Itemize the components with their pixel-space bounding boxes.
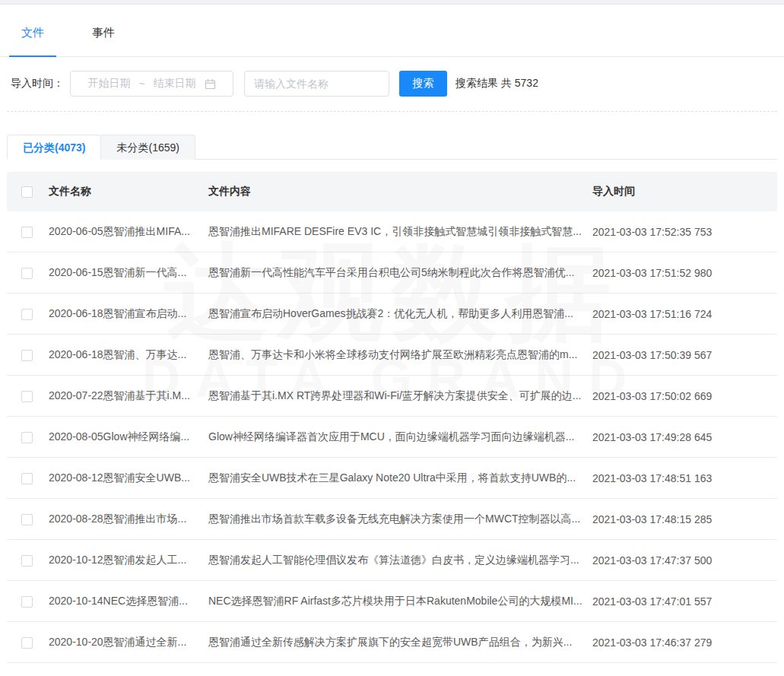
file-content-cell: 恩智浦通过全新传感解决方案扩展旗下的安全超宽带UWB产品组合，为新兴...	[208, 636, 592, 649]
file-name-cell: 2020-07-22恩智浦基于其i.M...	[49, 389, 208, 403]
tab-unclassified[interactable]: 未分类(1659)	[101, 135, 195, 160]
column-header-file-name: 文件名称	[49, 185, 208, 198]
import-time-cell: 2021-03-03 17:48:51 163	[592, 472, 777, 484]
row-checkbox[interactable]	[21, 268, 33, 279]
search-button[interactable]: 搜索	[399, 71, 447, 97]
search-bar: 导入时间： 开始日期 ~ 结束日期 搜索 搜索结果 共 5732	[0, 57, 784, 111]
table-row[interactable]: 2020-10-14NEC选择恩智浦... NEC选择恩智浦RF Airfast…	[7, 581, 777, 622]
file-management-page: 文件 事件 导入时间： 开始日期 ~ 结束日期 搜索 搜索结果 共 5732	[0, 0, 784, 676]
file-content-cell: 恩智浦宣布启动HoverGames挑战赛2：优化无人机，帮助更多人利用恩智浦..…	[208, 307, 592, 321]
row-checkbox-cell	[7, 471, 49, 484]
file-content-cell: NEC选择恩智浦RF Airfast多芯片模块用于日本RakutenMobile…	[208, 595, 592, 608]
table-row[interactable]: 2020-10-12恩智浦发起人工... 恩智浦发起人工智能伦理倡议发布《算法道…	[7, 540, 777, 581]
file-name-input[interactable]	[244, 71, 389, 97]
import-time-cell: 2021-03-03 17:52:35 753	[592, 226, 777, 238]
tab-classified[interactable]: 已分类(4073)	[7, 135, 101, 160]
end-date-placeholder: 结束日期	[154, 77, 196, 90]
table-row[interactable]: 2020-06-05恩智浦推出MIFA... 恩智浦推出MIFARE DESFi…	[7, 211, 777, 252]
file-name-cell: 2020-06-18恩智浦、万事达...	[49, 348, 208, 362]
file-content-cell: Glow神经网络编译器首次应用于MCU，面向边缘端机器学习面向边缘端机器...	[208, 430, 592, 444]
file-name-cell: 2020-08-12恩智浦安全UWB...	[49, 471, 208, 485]
file-content-cell: 恩智浦安全UWB技术在三星Galaxy Note20 Ultra中采用，将首款支…	[208, 471, 592, 485]
file-content-cell: 恩智浦基于其i.MX RT跨界处理器和Wi-Fi/蓝牙解决方案提供安全、可扩展的…	[208, 389, 592, 403]
start-date-placeholder: 开始日期	[87, 77, 130, 90]
row-checkbox[interactable]	[21, 309, 33, 320]
file-name-cell: 2020-08-05Glow神经网络编...	[49, 430, 208, 444]
file-table: 文件名称 文件内容 导入时间 2020-06-05恩智浦推出MIFA... 恩智…	[7, 172, 777, 663]
file-name-cell: 2020-10-14NEC选择恩智浦...	[49, 595, 208, 608]
row-checkbox[interactable]	[21, 391, 33, 402]
main-tab-bar: 文件 事件	[0, 5, 784, 57]
row-checkbox[interactable]	[21, 227, 33, 238]
tab-files-label: 文件	[21, 26, 44, 39]
import-time-cell: 2021-03-03 17:47:37 500	[592, 554, 777, 567]
row-checkbox-cell	[7, 307, 49, 320]
tab-files[interactable]: 文件	[9, 26, 56, 56]
date-range-picker[interactable]: 开始日期 ~ 结束日期	[70, 71, 233, 97]
import-time-cell: 2021-03-03 17:51:16 724	[592, 308, 777, 320]
tab-events-label: 事件	[92, 26, 115, 39]
row-checkbox-cell	[7, 389, 49, 402]
row-checkbox-cell	[7, 225, 49, 238]
row-checkbox-cell	[7, 554, 49, 567]
row-checkbox[interactable]	[21, 514, 33, 525]
import-time-cell: 2021-03-03 17:50:39 567	[592, 349, 777, 361]
file-name-cell: 2020-08-28恩智浦推出市场...	[49, 513, 208, 526]
file-content-cell: 恩智浦、万事达卡和小米将全球移动支付网络扩展至欧洲精彩亮点恩智浦的m...	[208, 348, 592, 362]
dashed-divider	[7, 111, 777, 112]
import-time-cell: 2021-03-03 17:51:52 980	[592, 267, 777, 279]
select-all-cell	[7, 186, 49, 198]
import-time-cell: 2021-03-03 17:49:28 645	[592, 431, 777, 443]
table-row[interactable]: 2020-06-18恩智浦、万事达... 恩智浦、万事达卡和小米将全球移动支付网…	[7, 335, 777, 376]
file-name-cell: 2020-06-05恩智浦推出MIFA...	[49, 225, 208, 239]
row-checkbox[interactable]	[21, 555, 33, 567]
import-time-cell: 2021-03-03 17:48:15 285	[592, 513, 777, 525]
row-checkbox[interactable]	[21, 350, 33, 361]
table-row[interactable]: 2020-08-12恩智浦安全UWB... 恩智浦安全UWB技术在三星Galax…	[7, 458, 777, 499]
row-checkbox[interactable]	[21, 637, 33, 649]
file-name-cell: 2020-10-20恩智浦通过全新...	[49, 636, 208, 649]
row-checkbox-cell	[7, 636, 49, 649]
file-content-cell: 恩智浦推出市场首款车载多设备无线充电解决方案使用一个MWCT控制器以高...	[208, 513, 592, 526]
import-time-cell: 2021-03-03 17:47:01 557	[592, 595, 777, 608]
file-content-cell: 恩智浦新一代高性能汽车平台采用台积电公司5纳米制程此次合作将恩智浦优...	[208, 266, 592, 280]
import-time-cell: 2021-03-03 17:46:37 279	[592, 636, 777, 649]
table-row[interactable]: 2020-10-20恩智浦通过全新... 恩智浦通过全新传感解决方案扩展旗下的安…	[7, 622, 777, 663]
row-checkbox-cell	[7, 266, 49, 279]
calendar-icon	[205, 78, 216, 90]
file-content-cell: 恩智浦推出MIFARE DESFire EV3 IC，引领非接触式智慧城引领非接…	[208, 225, 592, 239]
row-checkbox-cell	[7, 513, 49, 525]
column-header-import-time: 导入时间	[592, 185, 777, 198]
table-row[interactable]: 2020-07-22恩智浦基于其i.M... 恩智浦基于其i.MX RT跨界处理…	[7, 376, 777, 417]
file-name-cell: 2020-06-18恩智浦宣布启动...	[49, 307, 208, 321]
table-row[interactable]: 2020-06-18恩智浦宣布启动... 恩智浦宣布启动HoverGames挑战…	[7, 294, 777, 335]
import-time-cell: 2021-03-03 17:50:02 669	[592, 390, 777, 402]
row-checkbox-cell	[7, 430, 49, 443]
table-row[interactable]: 2020-08-05Glow神经网络编... Glow神经网络编译器首次应用于M…	[7, 417, 777, 458]
table-row[interactable]: 2020-08-28恩智浦推出市场... 恩智浦推出市场首款车载多设备无线充电解…	[7, 499, 777, 540]
column-header-file-content: 文件内容	[208, 185, 592, 198]
table-row[interactable]: 2020-06-15恩智浦新一代高... 恩智浦新一代高性能汽车平台采用台积电公…	[7, 252, 777, 294]
file-name-cell: 2020-06-15恩智浦新一代高...	[49, 266, 208, 280]
row-checkbox-cell	[7, 595, 49, 608]
row-checkbox[interactable]	[21, 596, 33, 608]
row-checkbox[interactable]	[21, 473, 33, 484]
search-result-count: 搜索结果 共 5732	[455, 77, 538, 90]
select-all-checkbox[interactable]	[21, 186, 33, 198]
tab-events[interactable]: 事件	[80, 26, 127, 56]
date-separator: ~	[138, 78, 144, 90]
import-time-label: 导入时间：	[11, 77, 64, 90]
category-tab-bar: 已分类(4073) 未分类(1659)	[7, 135, 777, 160]
file-name-cell: 2020-10-12恩智浦发起人工...	[49, 554, 208, 567]
file-content-cell: 恩智浦发起人工智能伦理倡议发布《算法道德》白皮书，定义边缘端机器学习...	[208, 554, 592, 567]
table-header-row: 文件名称 文件内容 导入时间	[7, 172, 777, 211]
row-checkbox[interactable]	[21, 432, 33, 443]
row-checkbox-cell	[7, 348, 49, 361]
table-body: 2020-06-05恩智浦推出MIFA... 恩智浦推出MIFARE DESFi…	[7, 211, 777, 663]
